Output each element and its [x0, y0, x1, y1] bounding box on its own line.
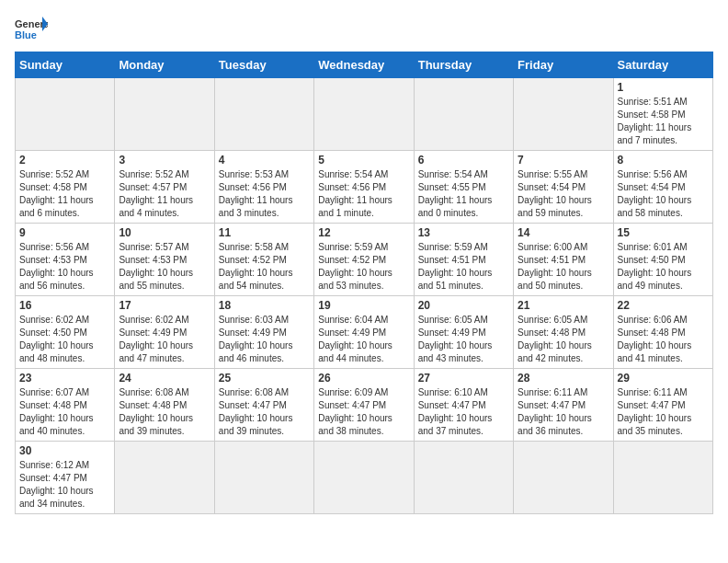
calendar-cell: 23Sunrise: 6:07 AMSunset: 4:48 PMDayligh… — [16, 369, 115, 442]
day-number: 3 — [119, 154, 210, 167]
day-info: Sunrise: 6:12 AMSunset: 4:47 PMDaylight:… — [19, 459, 110, 511]
calendar-cell: 22Sunrise: 6:06 AMSunset: 4:48 PMDayligh… — [613, 296, 712, 369]
calendar-row: 1Sunrise: 5:51 AMSunset: 4:58 PMDaylight… — [16, 78, 713, 151]
calendar-row: 16Sunrise: 6:02 AMSunset: 4:50 PMDayligh… — [16, 296, 713, 369]
day-info: Sunrise: 6:03 AMSunset: 4:49 PMDaylight:… — [219, 314, 310, 365]
day-number: 5 — [318, 154, 409, 167]
day-number: 9 — [19, 226, 110, 239]
day-info: Sunrise: 5:59 AMSunset: 4:51 PMDaylight:… — [418, 241, 509, 293]
calendar-cell — [115, 78, 214, 151]
day-number: 20 — [418, 299, 509, 312]
calendar-row: 23Sunrise: 6:07 AMSunset: 4:48 PMDayligh… — [16, 369, 713, 442]
day-number: 24 — [119, 372, 210, 385]
day-number: 12 — [318, 226, 409, 239]
day-info: Sunrise: 6:11 AMSunset: 4:47 PMDaylight:… — [618, 386, 709, 438]
day-info: Sunrise: 5:51 AMSunset: 4:58 PMDaylight:… — [618, 96, 709, 147]
calendar-cell — [214, 78, 313, 151]
day-number: 19 — [318, 299, 409, 312]
day-number: 10 — [119, 226, 210, 239]
calendar-row: 2Sunrise: 5:52 AMSunset: 4:58 PMDaylight… — [16, 151, 713, 224]
day-number: 2 — [19, 154, 110, 167]
day-number: 30 — [19, 444, 110, 457]
calendar-cell: 11Sunrise: 5:58 AMSunset: 4:52 PMDayligh… — [214, 224, 313, 296]
day-number: 7 — [518, 154, 609, 167]
calendar-cell: 3Sunrise: 5:52 AMSunset: 4:57 PMDaylight… — [115, 151, 214, 224]
weekday-header-wednesday: Wednesday — [314, 52, 414, 78]
day-number: 18 — [219, 299, 310, 312]
calendar-cell: 6Sunrise: 5:54 AMSunset: 4:55 PMDaylight… — [414, 151, 513, 224]
calendar-cell: 17Sunrise: 6:02 AMSunset: 4:49 PMDayligh… — [115, 296, 214, 369]
day-info: Sunrise: 6:05 AMSunset: 4:48 PMDaylight:… — [518, 314, 609, 365]
day-info: Sunrise: 6:10 AMSunset: 4:47 PMDaylight:… — [418, 386, 509, 438]
calendar-cell: 5Sunrise: 5:54 AMSunset: 4:56 PMDaylight… — [314, 151, 414, 224]
calendar-cell — [514, 78, 613, 151]
day-info: Sunrise: 6:11 AMSunset: 4:47 PMDaylight:… — [518, 386, 609, 438]
calendar-cell — [214, 442, 313, 514]
calendar-cell: 10Sunrise: 5:57 AMSunset: 4:53 PMDayligh… — [115, 224, 214, 296]
day-info: Sunrise: 6:02 AMSunset: 4:50 PMDaylight:… — [19, 314, 110, 365]
day-number: 4 — [219, 154, 310, 167]
weekday-header-sunday: Sunday — [16, 52, 115, 78]
calendar-cell: 20Sunrise: 6:05 AMSunset: 4:49 PMDayligh… — [414, 296, 513, 369]
day-number: 11 — [219, 226, 310, 239]
calendar-cell: 25Sunrise: 6:08 AMSunset: 4:47 PMDayligh… — [214, 369, 313, 442]
day-info: Sunrise: 5:57 AMSunset: 4:53 PMDaylight:… — [119, 241, 210, 293]
weekday-header-saturday: Saturday — [613, 52, 712, 78]
weekday-header-monday: Monday — [115, 52, 214, 78]
day-info: Sunrise: 5:52 AMSunset: 4:58 PMDaylight:… — [19, 168, 110, 220]
calendar-cell: 7Sunrise: 5:55 AMSunset: 4:54 PMDaylight… — [514, 151, 613, 224]
day-number: 27 — [418, 372, 509, 385]
calendar-row: 30Sunrise: 6:12 AMSunset: 4:47 PMDayligh… — [16, 442, 713, 514]
calendar-table: SundayMondayTuesdayWednesdayThursdayFrid… — [15, 52, 713, 514]
day-info: Sunrise: 6:05 AMSunset: 4:49 PMDaylight:… — [418, 314, 509, 365]
day-number: 6 — [418, 154, 509, 167]
calendar-cell: 4Sunrise: 5:53 AMSunset: 4:56 PMDaylight… — [214, 151, 313, 224]
calendar-cell: 12Sunrise: 5:59 AMSunset: 4:52 PMDayligh… — [314, 224, 414, 296]
calendar-cell: 30Sunrise: 6:12 AMSunset: 4:47 PMDayligh… — [16, 442, 115, 514]
calendar-cell — [414, 442, 513, 514]
day-info: Sunrise: 6:08 AMSunset: 4:47 PMDaylight:… — [219, 386, 310, 438]
calendar-cell — [314, 78, 414, 151]
day-number: 15 — [618, 226, 709, 239]
calendar-cell: 13Sunrise: 5:59 AMSunset: 4:51 PMDayligh… — [414, 224, 513, 296]
calendar-cell: 27Sunrise: 6:10 AMSunset: 4:47 PMDayligh… — [414, 369, 513, 442]
day-info: Sunrise: 6:06 AMSunset: 4:48 PMDaylight:… — [618, 314, 709, 365]
calendar-cell: 19Sunrise: 6:04 AMSunset: 4:49 PMDayligh… — [314, 296, 414, 369]
day-info: Sunrise: 5:59 AMSunset: 4:52 PMDaylight:… — [318, 241, 409, 293]
calendar-cell — [314, 442, 414, 514]
day-number: 25 — [219, 372, 310, 385]
day-info: Sunrise: 6:09 AMSunset: 4:47 PMDaylight:… — [318, 386, 409, 438]
day-info: Sunrise: 5:52 AMSunset: 4:57 PMDaylight:… — [119, 168, 210, 220]
calendar-cell: 24Sunrise: 6:08 AMSunset: 4:48 PMDayligh… — [115, 369, 214, 442]
calendar-cell — [514, 442, 613, 514]
weekday-header-row: SundayMondayTuesdayWednesdayThursdayFrid… — [16, 52, 713, 78]
calendar-row: 9Sunrise: 5:56 AMSunset: 4:53 PMDaylight… — [16, 224, 713, 296]
calendar-cell: 28Sunrise: 6:11 AMSunset: 4:47 PMDayligh… — [514, 369, 613, 442]
day-number: 17 — [119, 299, 210, 312]
day-number: 8 — [618, 154, 709, 167]
calendar-cell: 16Sunrise: 6:02 AMSunset: 4:50 PMDayligh… — [16, 296, 115, 369]
day-number: 1 — [618, 81, 709, 94]
day-info: Sunrise: 6:07 AMSunset: 4:48 PMDaylight:… — [19, 386, 110, 438]
day-number: 28 — [518, 372, 609, 385]
calendar-cell: 18Sunrise: 6:03 AMSunset: 4:49 PMDayligh… — [214, 296, 313, 369]
calendar-cell: 1Sunrise: 5:51 AMSunset: 4:58 PMDaylight… — [613, 78, 712, 151]
day-number: 22 — [618, 299, 709, 312]
logo: General Blue — [15, 15, 48, 42]
calendar-cell — [613, 442, 712, 514]
calendar-cell: 15Sunrise: 6:01 AMSunset: 4:50 PMDayligh… — [613, 224, 712, 296]
calendar-cell: 8Sunrise: 5:56 AMSunset: 4:54 PMDaylight… — [613, 151, 712, 224]
day-info: Sunrise: 5:54 AMSunset: 4:56 PMDaylight:… — [318, 168, 409, 220]
day-info: Sunrise: 5:55 AMSunset: 4:54 PMDaylight:… — [518, 168, 609, 220]
day-number: 13 — [418, 226, 509, 239]
day-info: Sunrise: 5:56 AMSunset: 4:54 PMDaylight:… — [618, 168, 709, 220]
day-info: Sunrise: 5:54 AMSunset: 4:55 PMDaylight:… — [418, 168, 509, 220]
day-number: 16 — [19, 299, 110, 312]
weekday-header-friday: Friday — [514, 52, 613, 78]
calendar-cell: 9Sunrise: 5:56 AMSunset: 4:53 PMDaylight… — [16, 224, 115, 296]
day-info: Sunrise: 5:58 AMSunset: 4:52 PMDaylight:… — [219, 241, 310, 293]
calendar-cell: 2Sunrise: 5:52 AMSunset: 4:58 PMDaylight… — [16, 151, 115, 224]
day-info: Sunrise: 6:02 AMSunset: 4:49 PMDaylight:… — [119, 314, 210, 365]
calendar-cell: 21Sunrise: 6:05 AMSunset: 4:48 PMDayligh… — [514, 296, 613, 369]
weekday-header-thursday: Thursday — [414, 52, 513, 78]
